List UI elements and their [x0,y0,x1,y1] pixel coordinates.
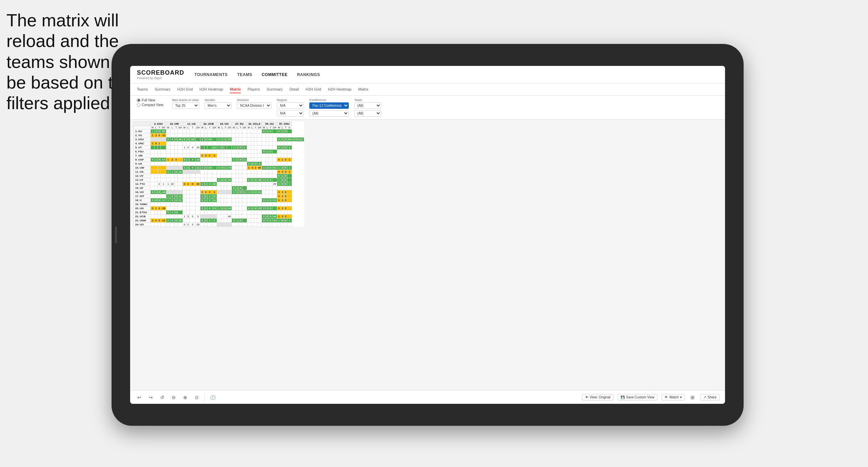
table-row: 13. UT 22012 02018 010 100 [134,178,304,182]
save-custom-btn[interactable]: 💾 Save Custom View [618,394,657,400]
table-row: 21. ETSU 010 [134,211,304,215]
nav-rankings[interactable]: RANKINGS [297,71,320,78]
row-label-ua11: 11. UA [134,170,151,174]
max-teams-filter: Max teams in view Top 25 [172,98,199,109]
tab-summary-1[interactable]: Summary [154,86,170,93]
row-label-uo24: 24. UO [134,223,151,227]
tablet-screen: SCOREBOARD Powered by clippd TOURNAMENTS… [130,66,725,404]
gender-label: Gender [204,98,232,102]
undo-icon[interactable]: ↩ [136,394,143,401]
zoom-reset-icon[interactable]: ⊙ [193,394,200,401]
share-label: Share [707,395,717,399]
row-label-unm: 23. UNM [134,219,151,223]
tab-h2h-grid-2[interactable]: H2H Grid [306,86,321,93]
view-icon: 👁 [585,395,588,399]
row-label-etsu: 21. ETSU [134,211,151,215]
table-row: 1. AU 12025 010 010 [134,129,304,133]
conference-select[interactable]: Pac-12 Conference [309,102,349,109]
table-row: 16. UO 210-14 1201 11011 11011 010 [134,190,304,194]
row-label-ut: 5. UT [134,146,151,150]
row-label-u18: 18. U [134,198,151,202]
table-row: 5. UT 14025 22 10 1102 0102 [134,146,304,150]
table-row: 7. UM 1001 [134,154,304,158]
watch-label: Watch [669,395,679,399]
clock-icon[interactable]: 🕐 [209,394,216,401]
team-filter: Team (All) (All) [354,98,381,117]
compact-view-radio[interactable]: Compact View [137,103,163,107]
watch-chevron: ▾ [680,395,682,399]
grid-icon[interactable]: ⊞ [689,394,696,401]
max-teams-select[interactable]: Top 25 [172,102,199,109]
region-filter: Region N/A N/A [277,98,304,117]
table-row: 19. TAMU [134,202,304,206]
row-label-uo16: 16. UO [134,190,151,194]
tab-detail[interactable]: Detail [289,86,299,93]
row-label-uaf: 8. UAF [134,158,151,162]
redo-icon[interactable]: ↪ [147,394,154,401]
team-select[interactable]: (All) [354,102,381,109]
table-row: 22. UCB 1303 40 20344 230 [134,215,304,219]
row-label-ut13: 13. UT [134,178,151,182]
table-row: 14. TTU 21 122 02030 11026 29 3001 [134,182,304,186]
reset-icon[interactable]: ↺ [159,394,166,401]
logo-block: SCOREBOARD Powered by clippd [137,69,184,80]
row-label-um: 7. UM [134,154,151,158]
nav-tournaments[interactable]: TOURNAMENTS [194,71,228,78]
table-row: 23. UNM 200-21 20025 0010 010 01110 1601 [134,219,304,223]
save-custom-label: Save Custom View [626,395,654,399]
table-row: 6. FSU 010 [134,150,304,154]
sh-w1: W [151,126,155,129]
share-icon: ↗ [703,395,706,399]
table-row: 24. UO 02029 [134,223,304,227]
view-original-btn[interactable]: 👁 View: Original [582,394,614,400]
gender-filter: Gender Men's [204,98,232,109]
view-radio-group: Full View Compact View [137,98,163,107]
tab-players[interactable]: Players [247,86,260,93]
region-label: Region [277,98,304,102]
matrix-table: 3. ASU 10. UW 11. UA 22. UCB 24. UO 27. … [134,122,304,227]
tab-h2h-heatmap-2[interactable]: H2H Heatmap [328,86,352,93]
share-btn[interactable]: ↗ Share [700,394,720,400]
tab-h2h-grid-1[interactable]: H2H Grid [177,86,193,93]
full-view-radio[interactable]: Full View [137,98,163,102]
subheader-blank [134,126,151,129]
table-row: 20. UG 010-38 01023 10040 01015 010 010 [134,206,304,211]
gender-select[interactable]: Men's [204,102,232,109]
row-label-unc: 4. UNC [134,142,151,146]
nav-committee[interactable]: COMMITTEE [262,71,288,78]
sub-navigation: Teams Summary H2H Grid H2H Heatmap Matri… [130,83,725,96]
conference-select-2[interactable]: (All) [309,110,349,117]
col-header-uw: 10. UW [166,122,183,126]
tab-matrix-1[interactable]: Matrix [230,86,241,93]
zoom-in-icon[interactable]: ⊕ [182,394,189,401]
col-header-uu: 54. UU [262,122,277,126]
tab-teams[interactable]: Teams [137,86,148,93]
nav-teams[interactable]: TEAMS [237,71,252,78]
region-select[interactable]: N/A [277,102,304,109]
division-select[interactable]: NCAA Division I [237,102,271,109]
tab-summary-2[interactable]: Summary [267,86,283,93]
table-row: 9. UA 0208 [134,162,304,166]
max-teams-label: Max teams in view [172,98,199,102]
watch-btn[interactable]: 👁 Watch ▾ [661,394,685,400]
region-select-2[interactable]: N/A [277,110,304,117]
table-row: 10. UW 13011 3032 04173 25060 12051 1451 [134,166,304,170]
row-label-uw: 10. UW [134,166,151,170]
col-header-su: 27. SU [232,122,247,126]
full-view-dot [137,99,140,102]
logo-title: SCOREBOARD [137,69,184,76]
table-row: 15. UF 010 [134,186,304,190]
zoom-out-icon[interactable]: ⊖ [170,394,177,401]
table-row: 12. UV 015 [134,174,304,178]
table-row: 18. U 20011 10011 01011 01013 010 [134,198,304,202]
row-label-ug: 20. UG [134,206,151,211]
save-icon: 💾 [621,395,625,399]
main-nav: TOURNAMENTS TEAMS COMMITTEE RANKINGS [194,71,320,78]
team-select-2[interactable]: (All) [354,110,381,117]
matrix-area[interactable]: 3. ASU 10. UW 11. UA 22. UCB 24. UO 27. … [130,120,725,396]
logo-subtitle: Powered by clippd [137,76,184,80]
row-label-ucb22: 22. UCB [134,215,151,219]
tab-h2h-heatmap-1[interactable]: H2H Heatmap [199,86,223,93]
col-header-ua: 11. UA [183,122,200,126]
tab-matrix-2[interactable]: Matrix [358,86,368,93]
